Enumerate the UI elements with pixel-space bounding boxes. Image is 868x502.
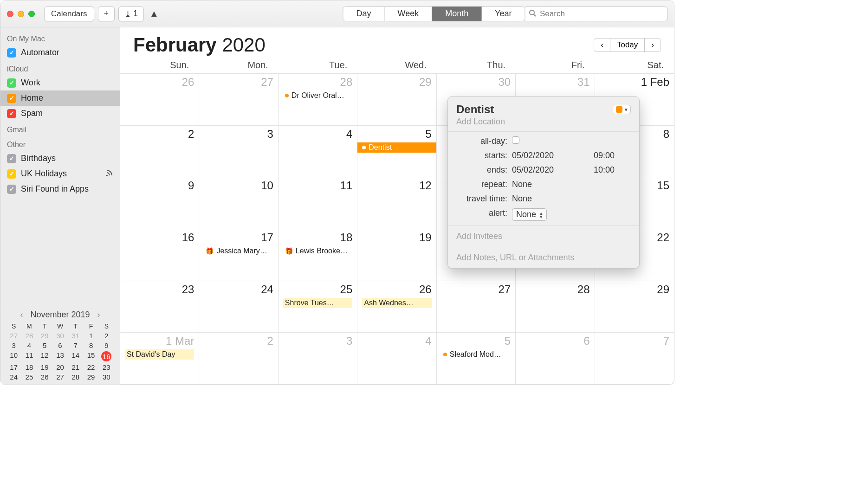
mini-day[interactable]: 19: [37, 363, 52, 371]
day-cell[interactable]: 4: [279, 126, 357, 178]
view-tab-year[interactable]: Year: [481, 6, 525, 21]
close-window-button[interactable]: [7, 11, 13, 17]
day-cell[interactable]: 25Shrove Tues…: [279, 281, 357, 333]
mini-day[interactable]: 29: [37, 332, 52, 340]
mini-day[interactable]: 11: [21, 351, 37, 361]
event-calendar-selector[interactable]: ▾: [613, 105, 631, 114]
mini-day[interactable]: 8: [83, 341, 98, 349]
mini-day[interactable]: 15: [83, 351, 98, 361]
next-month-button[interactable]: ›: [644, 38, 661, 52]
event-location-field[interactable]: Add Location: [456, 117, 631, 127]
day-cell[interactable]: 26Ash Wednes…: [357, 281, 436, 333]
calendar-checkbox[interactable]: [7, 94, 16, 103]
mini-day[interactable]: 16: [99, 351, 114, 361]
day-cell[interactable]: 11: [279, 177, 357, 229]
mini-day[interactable]: 22: [83, 363, 98, 371]
day-cell[interactable]: 19: [357, 229, 436, 281]
calendar-checkbox[interactable]: [7, 185, 16, 194]
event[interactable]: Dentist: [357, 142, 436, 153]
mini-day[interactable]: 28: [68, 373, 83, 381]
mini-prev-button[interactable]: ‹: [20, 310, 23, 320]
day-cell[interactable]: 7: [595, 333, 674, 385]
sidebar-calendar-item[interactable]: UK Holidays: [0, 166, 120, 181]
day-cell[interactable]: 9: [120, 177, 199, 229]
notes-field[interactable]: Add Notes, URL or Attachments: [448, 247, 639, 268]
day-cell[interactable]: 18🎁Lewis Brooke…: [279, 229, 357, 281]
event[interactable]: Sleaford Mod…: [441, 349, 511, 360]
mini-day[interactable]: 26: [37, 373, 52, 381]
day-cell[interactable]: 28: [516, 281, 595, 333]
day-cell[interactable]: 4: [357, 333, 436, 385]
day-cell[interactable]: 28Dr Oliver Oral…: [279, 74, 357, 126]
ends-date[interactable]: 05/02/2020: [512, 165, 594, 175]
starts-time[interactable]: 09:00: [594, 151, 631, 161]
ends-time[interactable]: 10:00: [594, 165, 631, 175]
mini-day[interactable]: 28: [21, 332, 37, 340]
day-cell[interactable]: 6: [516, 333, 595, 385]
invitees-field[interactable]: Add Invitees: [448, 226, 639, 247]
mini-day[interactable]: 3: [6, 341, 21, 349]
view-tab-week[interactable]: Week: [384, 6, 432, 21]
starts-date[interactable]: 05/02/2020: [512, 151, 594, 161]
sidebar-calendar-item[interactable]: Spam: [0, 106, 120, 121]
day-cell[interactable]: 10: [199, 177, 278, 229]
day-cell[interactable]: 5Sleaford Mod…: [437, 333, 516, 385]
day-cell[interactable]: 12: [357, 177, 436, 229]
day-cell[interactable]: 17🎁Jessica Mary…: [199, 229, 278, 281]
mini-day[interactable]: 20: [52, 363, 68, 371]
event[interactable]: Ash Wednes…: [362, 298, 431, 308]
mini-day[interactable]: 25: [21, 373, 37, 381]
mini-day[interactable]: 4: [21, 341, 37, 349]
mini-day[interactable]: 29: [83, 373, 98, 381]
mini-day[interactable]: 30: [99, 373, 114, 381]
view-tab-day[interactable]: Day: [343, 6, 384, 21]
today-button[interactable]: Today: [610, 38, 645, 52]
sidebar-calendar-item[interactable]: Work: [0, 75, 120, 90]
event[interactable]: 🎁Lewis Brooke…: [283, 246, 352, 256]
mini-day[interactable]: 2: [99, 332, 114, 340]
event[interactable]: 🎁Jessica Mary…: [204, 246, 273, 256]
travel-value[interactable]: None: [512, 194, 631, 204]
mini-day[interactable]: 30: [52, 332, 68, 340]
mini-day[interactable]: 27: [6, 332, 21, 340]
day-cell[interactable]: 29: [357, 74, 436, 126]
mini-day[interactable]: 6: [52, 341, 68, 349]
allday-checkbox[interactable]: [512, 136, 519, 144]
day-cell[interactable]: 23: [120, 281, 199, 333]
alert-select[interactable]: None ▴▾: [512, 208, 547, 221]
mini-day[interactable]: 1: [83, 332, 98, 340]
day-cell[interactable]: 1 MarSt David's Day: [120, 333, 199, 385]
view-tab-month[interactable]: Month: [432, 6, 482, 21]
event[interactable]: St David's Day: [125, 349, 194, 360]
mini-day[interactable]: 23: [99, 363, 114, 371]
mini-day[interactable]: 13: [52, 351, 68, 361]
mini-day[interactable]: 7: [68, 341, 83, 349]
mini-day[interactable]: 31: [68, 332, 83, 340]
day-cell[interactable]: 24: [199, 281, 278, 333]
calendars-button[interactable]: Calendars: [44, 6, 94, 21]
mini-day[interactable]: 17: [6, 363, 21, 371]
mini-day[interactable]: 27: [52, 373, 68, 381]
mini-day[interactable]: 9: [99, 341, 114, 349]
event[interactable]: Shrove Tues…: [283, 298, 352, 308]
sidebar-calendar-item[interactable]: Home: [0, 90, 120, 106]
day-cell[interactable]: 3: [199, 126, 278, 178]
mini-next-button[interactable]: ›: [97, 310, 100, 320]
day-cell[interactable]: 29: [595, 281, 674, 333]
mini-day[interactable]: 14: [68, 351, 83, 361]
repeat-value[interactable]: None: [512, 180, 631, 189]
event-title[interactable]: Dentist: [456, 103, 494, 116]
calendar-checkbox[interactable]: [7, 109, 16, 118]
mini-day[interactable]: 18: [21, 363, 37, 371]
search-input[interactable]: [540, 9, 662, 19]
day-cell[interactable]: 3: [279, 333, 357, 385]
calendar-checkbox[interactable]: [7, 48, 16, 58]
day-cell[interactable]: 27: [437, 281, 516, 333]
day-cell[interactable]: 16: [120, 229, 199, 281]
mini-day[interactable]: 21: [68, 363, 83, 371]
mini-day[interactable]: 24: [6, 373, 21, 381]
search-field[interactable]: [524, 6, 667, 21]
calendar-checkbox[interactable]: [7, 154, 16, 163]
prev-month-button[interactable]: ‹: [594, 38, 610, 52]
event[interactable]: Dr Oliver Oral…: [283, 90, 352, 101]
